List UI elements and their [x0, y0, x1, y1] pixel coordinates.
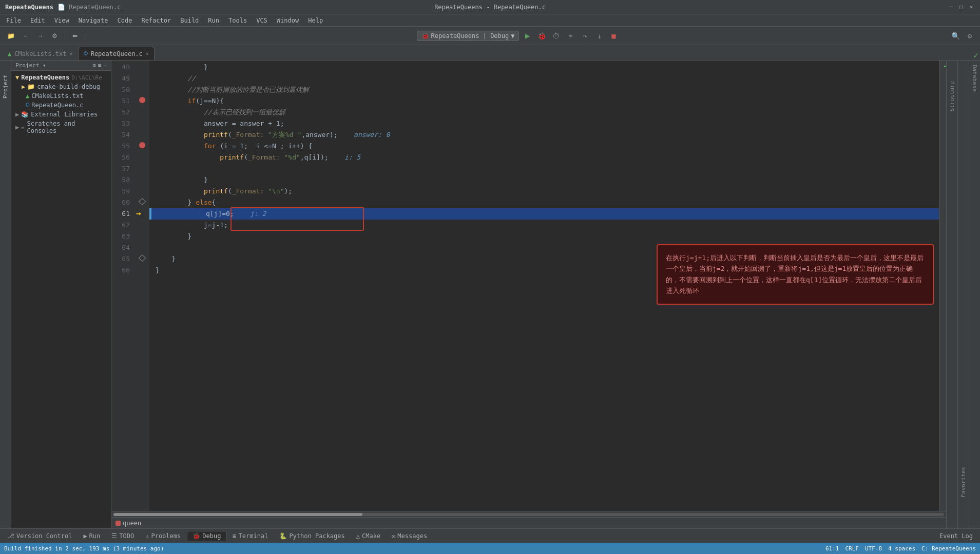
menu-run[interactable]: Run — [204, 16, 223, 25]
search-button[interactable]: 🔍 — [949, 30, 962, 42]
line55-content: for (i = 1; i <=N ; i++) { — [156, 141, 312, 152]
problems-icon: ⚠ — [145, 532, 149, 540]
line59-content: printf(_Format: "\n"); — [156, 186, 292, 197]
gutter-markers: → — [135, 61, 149, 511]
stop-button[interactable]: ■ — [607, 30, 620, 42]
minimize-button[interactable]: ─ — [947, 4, 954, 11]
event-log-label: Event Log — [939, 532, 973, 540]
database-label[interactable]: Database — [971, 65, 978, 92]
toolbar-back[interactable]: ← — [20, 31, 32, 41]
tree-external-libs[interactable]: ▶ 📚 External Libraries — [11, 110, 111, 119]
structure-label[interactable]: Structure — [949, 81, 955, 112]
run-button[interactable]: ▶ — [521, 30, 533, 42]
tab-c-close[interactable]: ✕ — [146, 51, 149, 56]
menu-vcs[interactable]: VCS — [252, 16, 272, 25]
project-panel-label[interactable]: Project — [2, 75, 9, 98]
line49-content: // — [156, 73, 196, 84]
tab-cmakelists[interactable]: ▲ CMakeLists.txt ✕ — [2, 47, 78, 60]
tab-terminal[interactable]: ⊞ Terminal — [227, 531, 273, 541]
gutter-54 — [135, 128, 149, 140]
code-lines[interactable]: } // //判断当前摆放的位置是否已找到最优解 if(j==N){ — [149, 61, 939, 511]
status-context: C: RepeateQueens — [921, 545, 976, 552]
toolbar-project-icon[interactable]: 📁 — [4, 31, 18, 41]
menu-navigate[interactable]: Navigate — [74, 16, 112, 25]
menu-tools[interactable]: Tools — [224, 16, 251, 25]
menu-window[interactable]: Window — [273, 16, 303, 25]
tab-cmake[interactable]: △ CMake — [351, 531, 386, 541]
gutter-65[interactable] — [135, 252, 149, 264]
line-52: 52 — [111, 107, 133, 118]
scratches-icon: ✏ — [21, 124, 25, 131]
code-line-59: printf(_Format: "\n"); — [149, 186, 939, 197]
menu-help[interactable]: Help — [304, 16, 327, 25]
gutter-55[interactable] — [135, 140, 149, 151]
tree-scratches[interactable]: ▶ ✏ Scratches and Consoles — [11, 119, 111, 135]
title-bar: RepeateQueens 📄 RepeateQueen.c RepeateQu… — [0, 0, 980, 14]
project-toolbar-icon3[interactable]: — — [103, 62, 107, 69]
code-line-58: } — [149, 174, 939, 186]
build-message: Build finished in 2 sec, 193 ms (3 minut… — [4, 545, 164, 552]
close-button[interactable]: ✕ — [968, 4, 975, 11]
tab-run[interactable]: ▶ Run — [78, 531, 105, 541]
project-toolbar-icon1[interactable]: ⚙ — [92, 62, 96, 69]
python-icon: 🐍 — [279, 532, 287, 540]
menu-code[interactable]: Code — [113, 16, 137, 25]
line-51: 51 — [111, 95, 133, 107]
line-65: 65 — [111, 253, 133, 265]
gutter-50 — [135, 83, 149, 94]
breakpoint-55[interactable] — [139, 142, 145, 148]
gutter-66 — [135, 264, 149, 275]
code-line-57 — [149, 163, 939, 174]
project-toolbar-icon2[interactable]: ≡ — [98, 62, 102, 69]
step-over[interactable]: ↷ — [579, 30, 591, 42]
menu-refactor[interactable]: Refactor — [137, 16, 175, 25]
app-name: RepeateQueens — [5, 4, 53, 11]
editor-area: 48 49 50 51 52 53 54 55 56 57 58 59 60 6… — [111, 61, 946, 528]
toolbar-forward[interactable]: → — [34, 31, 47, 41]
tab-debug[interactable]: 🐞 Debug — [187, 531, 226, 541]
run-config-dropdown[interactable]: ▼ — [511, 32, 514, 39]
tree-root[interactable]: ▼ RepeateQueens D:\ACL\Re — [11, 73, 111, 82]
code-content[interactable]: 48 49 50 51 52 53 54 55 56 57 58 59 60 6… — [111, 61, 946, 511]
project-header-label: Project ▾ — [15, 62, 46, 69]
breakpoint-65-diamond[interactable] — [139, 254, 146, 262]
tab-event-log[interactable]: Event Log — [934, 531, 978, 541]
tree-root-label: RepeateQueens — [21, 74, 69, 81]
settings-button[interactable]: ⚙ — [964, 30, 976, 42]
tab-messages[interactable]: ✉ Messages — [387, 531, 432, 541]
tab-problems[interactable]: ⚠ Problems — [140, 531, 186, 541]
tree-cmakelists[interactable]: ▲ CMakeLists.txt — [11, 91, 111, 101]
gutter-60[interactable] — [135, 196, 149, 207]
line-62: 62 — [111, 220, 133, 231]
maximize-button[interactable]: □ — [957, 4, 965, 11]
menu-edit[interactable]: Edit — [26, 16, 49, 25]
toolbar-nav-back[interactable]: ⬅ — [69, 31, 81, 41]
tab-todo[interactable]: ☰ TODO — [106, 531, 139, 541]
horizontal-scrollbar[interactable] — [111, 511, 946, 517]
profile-button[interactable]: ⏱ — [550, 30, 562, 42]
favorites-label[interactable]: Favorites — [960, 467, 967, 498]
tab-python-packages[interactable]: 🐍 Python Packages — [274, 531, 350, 541]
step-into[interactable]: ↓ — [593, 30, 605, 42]
breakpoint-60-diamond[interactable] — [139, 198, 146, 205]
debug-button[interactable]: 🐞 — [535, 30, 548, 42]
gutter-51[interactable] — [135, 94, 149, 106]
menu-view[interactable]: View — [50, 16, 73, 25]
favorites-strip: Favorites — [957, 61, 969, 528]
menu-file[interactable]: File — [2, 16, 25, 25]
tab-cmake-close[interactable]: ✕ — [69, 51, 72, 56]
menu-build[interactable]: Build — [176, 16, 203, 25]
coverage-button[interactable]: ☂ — [564, 30, 577, 42]
status-right: 61:1 CRLF UTF-8 4 spaces C: RepeateQueen… — [825, 545, 976, 552]
debug-tab-label: Debug — [202, 532, 221, 540]
tab-repeatequeen[interactable]: © RepeateQueen.c ✕ — [78, 47, 154, 60]
tree-cmake-build-debug[interactable]: ▶ 📁 cmake-build-debug — [11, 82, 111, 91]
toolbar-settings[interactable]: ⚙ — [49, 31, 61, 41]
tab-version-control[interactable]: ⎇ Version Control — [2, 531, 77, 541]
scrollbar-thumb-h[interactable] — [113, 513, 362, 516]
gutter-52 — [135, 106, 149, 117]
tree-repeatequeen[interactable]: © RepeateQueen.c — [11, 101, 111, 110]
breakpoint-51[interactable] — [139, 97, 145, 103]
line-63: 63 — [111, 231, 133, 242]
tree-repeatequeen-label: RepeateQueen.c — [31, 102, 83, 109]
